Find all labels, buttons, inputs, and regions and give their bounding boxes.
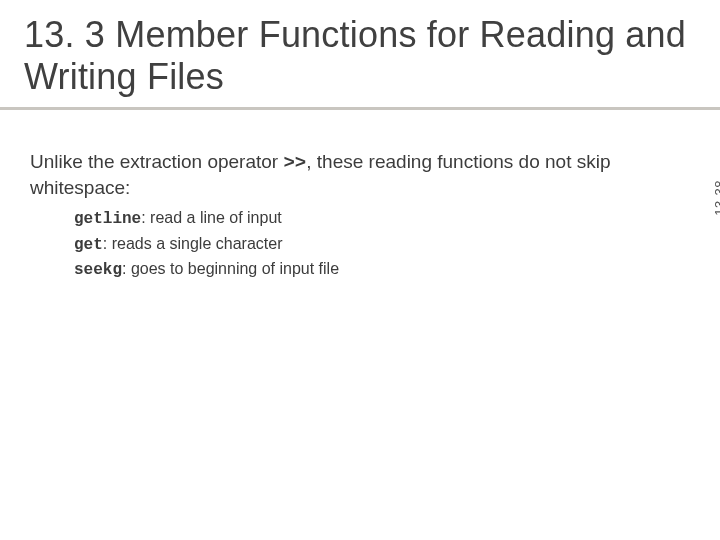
slide-body: Unlike the extraction operator >>, these…: [0, 110, 720, 282]
lead-operator: >>: [283, 152, 306, 174]
slide: 13. 3 Member Functions for Reading and W…: [0, 0, 720, 540]
func-desc: : reads a single character: [103, 235, 283, 252]
list-item: get: reads a single character: [74, 232, 676, 257]
lead-pre: Unlike the extraction operator: [30, 151, 283, 172]
func-name: seekg: [74, 261, 122, 279]
func-name: getline: [74, 210, 141, 228]
title-band: 13. 3 Member Functions for Reading and W…: [0, 0, 720, 110]
slide-number: 13-38: [712, 180, 720, 216]
func-name: get: [74, 236, 103, 254]
slide-title: 13. 3 Member Functions for Reading and W…: [24, 14, 696, 99]
func-desc: : read a line of input: [141, 209, 282, 226]
function-list: getline: read a line of input get: reads…: [74, 206, 676, 282]
lead-paragraph: Unlike the extraction operator >>, these…: [30, 150, 650, 200]
func-desc: : goes to beginning of input file: [122, 260, 339, 277]
list-item: seekg: goes to beginning of input file: [74, 257, 676, 282]
list-item: getline: read a line of input: [74, 206, 676, 231]
